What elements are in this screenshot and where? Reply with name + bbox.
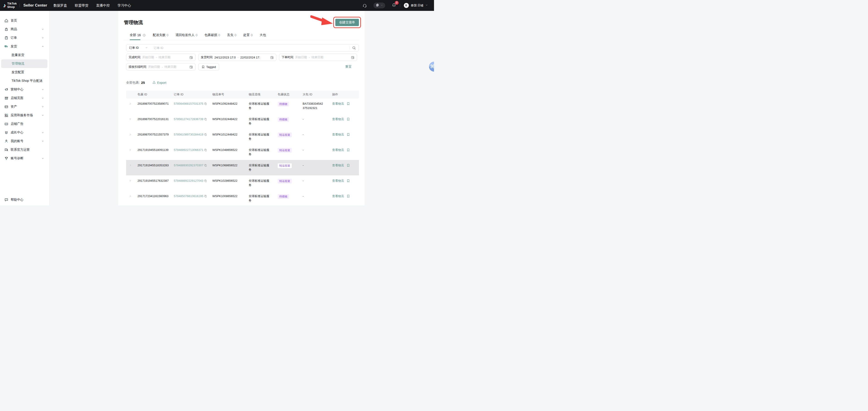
sidebar-item-help-center[interactable]: ?帮助中心 — [1, 196, 48, 204]
copy-icon[interactable] — [204, 164, 207, 168]
tracking-no: WSPK1032448422 — [212, 117, 238, 121]
view-logistics-link[interactable]: 查看物流 — [332, 117, 344, 122]
date-filter-pickup-scan-time[interactable]: 揽收扫描时间开始日期-结束日期 — [126, 63, 195, 70]
view-logistics-link[interactable]: 查看物流 — [332, 179, 344, 183]
package-id: 2918987007522016131 — [137, 117, 168, 122]
create-handover-button[interactable]: 创建交接单 — [335, 19, 359, 26]
card-icon — [4, 105, 8, 109]
date-filter-order-time[interactable]: 下单时间开始日期-结束日期 — [279, 54, 357, 61]
sidebar-item-shop-ads[interactable]: AD店铺广告 — [1, 119, 48, 128]
store-account-menu[interactable]: 泰国 店铺 — [404, 3, 428, 8]
bookmark-icon[interactable] — [346, 102, 350, 106]
table-row: 2917191945517632387578488892229127043WSP… — [126, 175, 359, 191]
search-type-select[interactable]: 订单 ID — [129, 46, 148, 50]
top-nav-item-1[interactable]: 数据罗盘 — [54, 3, 67, 8]
view-logistics-link[interactable]: 查看物流 — [332, 194, 344, 199]
sidebar-item-marketing-center[interactable]: 营销中心 — [1, 85, 48, 94]
sidebar-item-batch-shipping[interactable]: 批量发货 — [1, 51, 48, 59]
chevron-down-icon — [425, 3, 428, 7]
sidebar-item-shipping[interactable]: 发货 — [1, 42, 48, 51]
view-logistics-link[interactable]: 查看物流 — [332, 163, 344, 168]
view-logistics-link[interactable]: 查看物流 — [332, 102, 344, 106]
sidebar-item-platform-delivery[interactable]: TikTok Shop 平台配送 — [1, 77, 48, 85]
bookmark-icon[interactable] — [346, 117, 350, 121]
chevron-down-icon — [41, 97, 44, 100]
expand-row-button[interactable] — [126, 160, 135, 175]
top-nav-item-3[interactable]: 直播中控 — [96, 3, 110, 8]
sidebar-item-assets[interactable]: 资产 — [1, 102, 48, 111]
copy-icon[interactable] — [204, 179, 207, 184]
reset-filters-link[interactable]: 重置 — [345, 65, 352, 69]
tagged-filter-button[interactable]: Tagged — [198, 63, 219, 70]
expand-row-button[interactable] — [126, 191, 135, 205]
calendar-icon — [189, 56, 193, 59]
copy-icon — [204, 148, 207, 151]
bookmark-icon[interactable] — [346, 164, 350, 167]
bookmark-icon[interactable] — [346, 179, 350, 183]
product-name[interactable]: Seller Center — [23, 3, 47, 8]
chatdouble-icon — [4, 148, 8, 152]
tab-退回给发件人[interactable]: 退回给发件人0 — [175, 33, 197, 37]
bookmark-icon[interactable] — [346, 133, 350, 136]
top-nav-item-2[interactable]: 联盟带货 — [75, 3, 89, 8]
sidebar-item-manage-logistics[interactable]: 管理物流 — [1, 59, 48, 68]
top-nav-item-4[interactable]: 学习中心 — [118, 3, 131, 8]
search-icon[interactable] — [352, 46, 356, 50]
tab-大包[interactable]: 大包 — [260, 33, 266, 37]
search-input[interactable] — [154, 46, 350, 49]
sidebar-item-label: 商品 — [11, 27, 17, 31]
bookmark-icon[interactable] — [346, 148, 350, 152]
sidebar-item-contact-official[interactable]: 联系官方运营 — [1, 145, 48, 154]
tab-配送失败[interactable]: 配送失败0 — [153, 33, 168, 37]
order-id-link[interactable]: 578561274172836739 — [174, 117, 203, 121]
copy-icon[interactable] — [204, 102, 207, 107]
order-id-link[interactable]: 578488892229127043 — [174, 179, 203, 182]
sidebar-item-my-account[interactable]: 我的账号 — [1, 137, 48, 145]
sidebar-item-shipping-config[interactable]: 发货配置 — [1, 68, 48, 77]
tab-包裹破损[interactable]: 包裹破损0 — [205, 33, 220, 37]
expand-row-button[interactable] — [126, 114, 135, 129]
sidebar-item-label: 发货配置 — [11, 70, 24, 74]
sidebar-item-products[interactable]: 商品 — [1, 25, 48, 34]
sidebar-item-shop-page[interactable]: 店铺页面 — [1, 94, 48, 102]
copy-icon[interactable] — [204, 117, 207, 122]
tab-全部[interactable]: 全部16? — [130, 33, 146, 37]
date-separator: - — [162, 65, 163, 69]
order-id-link[interactable]: 578488930292370307 — [174, 164, 203, 167]
copy-icon[interactable] — [204, 195, 207, 199]
tab-丢失[interactable]: 丢失0 — [227, 33, 237, 37]
tab-处置[interactable]: 处置0 — [243, 33, 253, 37]
help-circle-icon[interactable]: ? — [143, 34, 146, 37]
storefront-icon — [4, 96, 8, 100]
total-packages-label: 全部包裹: — [126, 81, 140, 85]
order-id-link[interactable]: 578488922713066371 — [174, 148, 203, 151]
headset-icon[interactable] — [362, 3, 367, 8]
date-filter-ship-time[interactable]: 发货时间24/12/2023 17:0-22/02/2024 17: — [198, 54, 276, 61]
notifications-button[interactable]: 7 — [392, 3, 396, 8]
order-id-link[interactable]: 578561089730284419 — [174, 133, 203, 136]
messages-button[interactable] — [373, 2, 385, 8]
sidebar-item-orders[interactable]: 订单 — [1, 34, 48, 42]
expand-row-button[interactable] — [126, 129, 135, 144]
sidebar-item-app-service-market[interactable]: 应用和服务市场 — [1, 111, 48, 119]
expand-row-button[interactable] — [126, 98, 135, 114]
search-type-label: 订单 ID — [129, 46, 139, 50]
copy-icon[interactable] — [204, 133, 207, 138]
bookmark-icon[interactable] — [346, 195, 350, 198]
order-id-link[interactable]: 578564568157031375 — [174, 102, 203, 105]
chevron-down-icon — [41, 97, 44, 100]
sidebar-item-growth-center[interactable]: 成长中心 — [1, 128, 48, 137]
copy-icon[interactable] — [204, 148, 207, 153]
tiktok-shop-logo[interactable]: ♪ TikTok Shop — [3, 2, 17, 9]
date-filter-complete-time[interactable]: 完成时间开始日期-结束日期 — [126, 54, 195, 61]
sidebar-item-home[interactable]: 首页 — [1, 16, 48, 25]
view-logistics-link[interactable]: 查看物流 — [332, 148, 344, 152]
actions-cell: 查看物流 — [330, 129, 359, 144]
order-id-link[interactable]: 578485076610616195 — [174, 195, 203, 198]
export-button[interactable]: Export — [152, 80, 166, 85]
expand-row-button[interactable] — [126, 175, 135, 191]
expand-row-button[interactable] — [126, 144, 135, 160]
view-logistics-link[interactable]: 查看物流 — [332, 133, 344, 137]
big-package-id: - — [303, 194, 304, 199]
sidebar-item-account-diagnosis[interactable]: 账号诊断 — [1, 154, 48, 163]
